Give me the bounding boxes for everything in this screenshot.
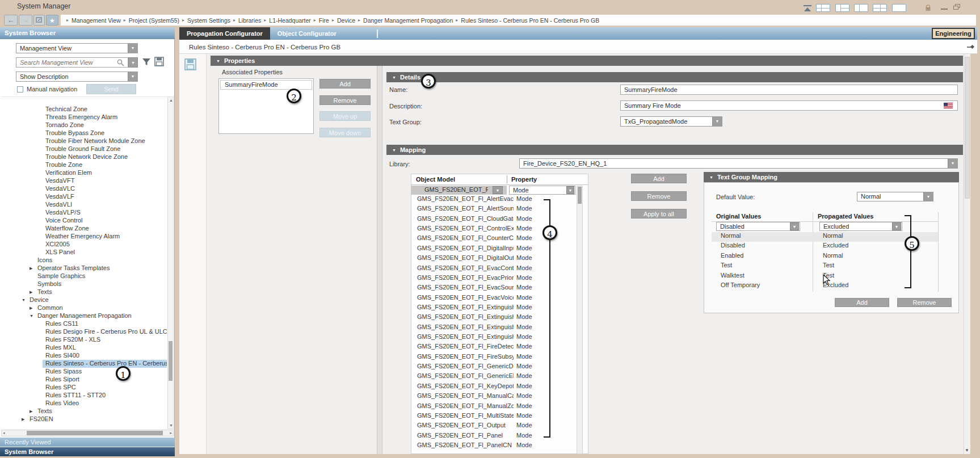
apply-to-all-button[interactable]: Apply to all xyxy=(631,209,687,219)
tree-item[interactable]: Trouble Fiber Network Module Zone xyxy=(1,137,167,145)
tree-item[interactable]: Voice Control xyxy=(1,217,167,225)
breadcrumb-item[interactable]: System Settings xyxy=(187,17,230,24)
collapse-arrow-icon[interactable]: ▼ xyxy=(216,59,220,63)
back-button[interactable]: ← xyxy=(4,15,18,26)
system-browser-bar[interactable]: System Browser xyxy=(0,447,175,456)
tree-item[interactable]: Threats Emergency Alarm xyxy=(1,114,167,121)
scroll-left-icon[interactable]: ◂ xyxy=(3,431,5,435)
breadcrumb-item[interactable]: Fire xyxy=(319,17,329,24)
breadcrumb-item[interactable]: Rules Sinteso - Cerberus Pro EN - Cerber… xyxy=(461,17,599,24)
layout-quad-icon[interactable] xyxy=(873,4,887,12)
mapping-table-row[interactable]: GMS_FS20EN_EOT_Fl_CloudGatewayMode xyxy=(411,215,575,225)
mapping-table-row[interactable]: GMS_FS20EN_EOT_Fl_EvacPrioritizedMode xyxy=(411,274,575,284)
add-property-button[interactable]: Add xyxy=(319,79,371,89)
tree-item[interactable]: Rules Desigo Fire - Cerberus Pro UL & UL… xyxy=(1,328,167,336)
chevron-down-icon[interactable]: ▼ xyxy=(128,72,137,81)
expand-arrow-icon[interactable]: ▶ xyxy=(22,417,24,422)
layout-left-split-icon[interactable] xyxy=(835,4,849,12)
mapping-remove-button[interactable]: Remove xyxy=(631,191,687,201)
mapping-section-header[interactable]: ▼Mapping xyxy=(386,145,963,155)
breadcrumb-item[interactable]: Project (System55) xyxy=(129,17,179,24)
pin-icon[interactable] xyxy=(966,44,975,50)
chevron-down-icon[interactable]: ▼ xyxy=(128,44,137,53)
tree-item[interactable]: Rules FS20M - XLS xyxy=(1,336,167,344)
mapping-table-row[interactable]: GMS_FS20EN_EOT_Fl_PanelCNMode xyxy=(411,442,575,448)
collapse-arrow-icon[interactable]: ▼ xyxy=(392,148,396,152)
tree-item[interactable]: Weather Emergency Alarm xyxy=(1,233,167,241)
scroll-down-icon[interactable]: ▼ xyxy=(965,448,969,453)
tree-item-selected[interactable]: Rules Sinteso - Cerberus Pro EN - Cerber… xyxy=(1,360,167,368)
chevron-down-icon[interactable]: ▼ xyxy=(790,222,799,230)
mapping-table-row[interactable]: GMS_FS20EN_EOT_Fl_FireDetectorMode xyxy=(411,343,575,352)
tree-item[interactable]: ▶FS20EN xyxy=(1,415,167,423)
scrollbar-thumb[interactable] xyxy=(578,187,582,204)
tree-item[interactable]: Technical Zone xyxy=(1,106,167,114)
history-button[interactable] xyxy=(33,15,45,26)
search-input[interactable] xyxy=(16,57,128,68)
mapping-table-row[interactable]: GMS_FS20EN_EOT_Fl_ExtinguishingDMode xyxy=(411,323,575,333)
collapse-ribbon-icon[interactable] xyxy=(804,5,811,11)
object-model-selector[interactable]: GMS_FS20EN_EOT_Fl_Ala ▼ xyxy=(411,186,507,195)
scrollbar-thumb[interactable] xyxy=(27,431,163,435)
tree-item[interactable]: Trouble Ground Fault Zone xyxy=(1,145,167,153)
display-mode-dropdown[interactable]: Show Description ▼ xyxy=(16,72,138,82)
tree-item[interactable]: XCI2005 xyxy=(1,241,167,249)
editor-scrollbar[interactable] xyxy=(964,54,970,454)
chevron-down-icon[interactable]: ▼ xyxy=(493,186,503,194)
mapping-table-row[interactable]: GMS_FS20EN_EOT_Fl_EvacVoiceContMode xyxy=(411,294,575,304)
column-header-object-model[interactable]: Object Model xyxy=(416,176,455,183)
tab-propagation-configurator[interactable]: Propagation Configurator xyxy=(179,27,270,40)
move-up-button[interactable]: Move up xyxy=(319,111,371,121)
mapping-table-row[interactable]: GMS_FS20EN_EOT_Fl_MultiStateValuMode xyxy=(411,412,575,422)
tree-item[interactable]: Trouble Bypass Zone xyxy=(1,129,167,137)
tree-item[interactable]: Icons xyxy=(1,257,167,264)
mapping-table-row[interactable]: GMS_FS20EN_EOT_Fl_EvacControlMode xyxy=(411,264,575,274)
original-value-selector[interactable]: Disabled ▼ xyxy=(716,222,800,231)
tab-engineering[interactable]: Engineering xyxy=(932,28,975,39)
tree-item[interactable]: Verification Elem xyxy=(1,169,167,177)
tree-item[interactable]: Trouble Zone xyxy=(1,161,167,169)
scroll-up-icon[interactable]: ▲ xyxy=(169,98,173,102)
mapping-table-row[interactable]: GMS_FS20EN_EOT_Fl_DigitalInputMode xyxy=(411,245,575,254)
collapse-arrow-icon[interactable]: ▼ xyxy=(709,175,713,179)
layout-left-pane-icon[interactable] xyxy=(854,4,868,12)
mapping-table-row[interactable]: GMS_FS20EN_EOT_Fl_ManualCallPoiMode xyxy=(411,392,575,402)
tree-item[interactable]: Rules SPC xyxy=(1,384,167,392)
tgm-add-button[interactable]: Add xyxy=(835,298,889,307)
library-dropdown[interactable]: Fire_Device_FS20_EN_HQ_1 ▼ xyxy=(519,158,958,169)
mapping-table-row[interactable]: GMS_FS20EN_EOT_Fl_ExtinguishingCMode xyxy=(411,313,575,323)
tree-item[interactable]: VesdaVLI xyxy=(1,201,167,209)
scrollbar-thumb[interactable] xyxy=(965,57,970,199)
mapping-table-row[interactable]: GMS_FS20EN_EOT_Fl_AlertSoundersMode xyxy=(411,205,575,215)
mapping-table-row[interactable]: GMS_FS20EN_EOT_Fl_FireSubsystemMode xyxy=(411,353,575,363)
expand-arrow-icon[interactable]: ▶ xyxy=(30,306,32,310)
chevron-down-icon[interactable]: ▼ xyxy=(892,222,901,230)
mapping-table-row[interactable]: GMS_FS20EN_EOT_Fl_ExtinguishingZMode xyxy=(411,333,575,343)
tree-item[interactable]: VesdaVLP/S xyxy=(1,209,167,217)
tree-item[interactable]: ▶Operator Tasks Templates xyxy=(1,264,167,272)
details-section-header[interactable]: ▼Details xyxy=(386,72,963,82)
chevron-down-icon[interactable]: ▼ xyxy=(948,159,957,168)
properties-section-header[interactable]: ▼Properties xyxy=(211,56,963,66)
restore-button[interactable] xyxy=(953,4,960,10)
breadcrumb-item[interactable]: Danger Management Propagation xyxy=(363,17,453,24)
mapping-table-row[interactable]: GMS_FS20EN_EOT_Fl_GenericDigitalIMode xyxy=(411,363,575,372)
tree-item[interactable]: Rules Video xyxy=(1,400,167,407)
column-header-propagated-values[interactable]: Propagated Values xyxy=(818,213,873,220)
name-field[interactable] xyxy=(620,85,958,95)
tree-item[interactable]: VesdaVFT xyxy=(1,177,167,185)
expand-arrow-icon[interactable]: ▶ xyxy=(30,266,32,271)
tree-item[interactable]: VesdaVLC xyxy=(1,185,167,193)
tree-item[interactable]: Symbols xyxy=(1,280,167,288)
filter-icon[interactable] xyxy=(142,58,151,66)
mapping-table-row[interactable]: GMS_FS20EN_EOT_Fl_EvacSoundersMode xyxy=(411,284,575,293)
save-search-icon[interactable] xyxy=(154,57,164,66)
tree-item[interactable]: Rules Siport xyxy=(1,376,167,384)
mapping-table-row[interactable]: GMS_FS20EN_EOT_Fl_AlertEvacSounMode xyxy=(411,195,575,205)
tab-object-configurator[interactable]: Object Configurator xyxy=(270,27,344,40)
column-header-property[interactable]: Property xyxy=(511,176,537,183)
tree-item[interactable]: ▶Common xyxy=(1,304,167,312)
default-value-dropdown[interactable]: Normal ▼ xyxy=(857,192,933,201)
breadcrumb-item[interactable]: Management View xyxy=(71,17,121,24)
tree-item[interactable]: Trouble Network Device Zone xyxy=(1,153,167,161)
